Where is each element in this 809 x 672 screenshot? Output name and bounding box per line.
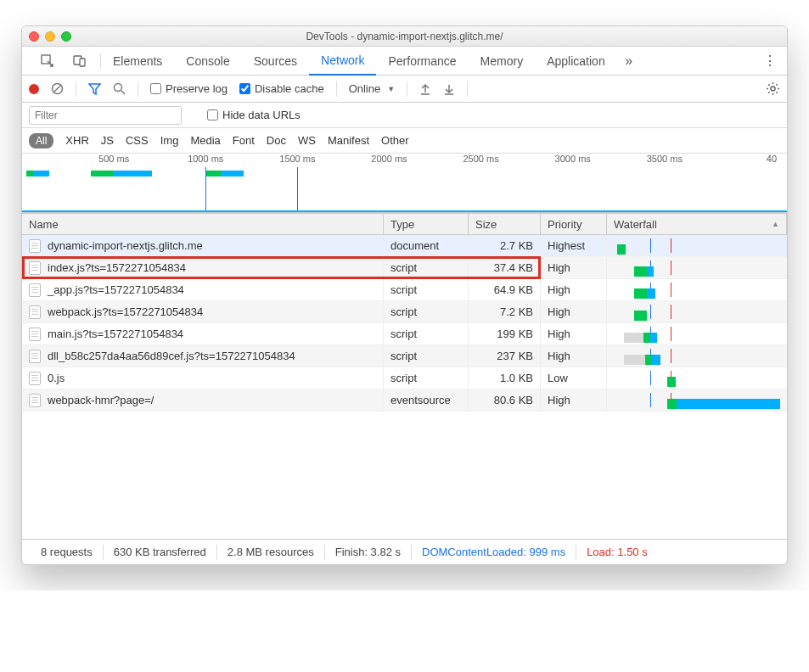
col-header-priority[interactable]: Priority (541, 214, 607, 234)
status-dcl: DOMContentLoaded: 999 ms (412, 546, 576, 558)
type-filter-css[interactable]: CSS (126, 134, 149, 147)
timeline-tick: 2000 ms (371, 154, 407, 164)
svg-rect-2 (80, 59, 85, 66)
timeline-tick: 500 ms (98, 154, 129, 164)
devtools-window: DevTools - dynamic-import-nextjs.glitch.… (21, 25, 788, 565)
throttle-select[interactable]: Online ▼ (349, 82, 396, 95)
tab-performance[interactable]: Performance (376, 47, 468, 76)
row-waterfall (607, 367, 787, 389)
status-load: Load: 1.50 s (576, 546, 658, 558)
row-size: 64.9 KB (469, 279, 541, 300)
type-filter-other[interactable]: Other (381, 134, 409, 147)
timeline-tick: 1500 ms (279, 154, 315, 164)
row-waterfall (607, 323, 787, 344)
row-waterfall (607, 279, 787, 300)
network-table-body: dynamic-import-nextjs.glitch.medocument2… (22, 235, 787, 412)
search-icon[interactable] (113, 82, 126, 95)
row-name: dynamic-import-nextjs.glitch.me (48, 239, 203, 252)
table-row[interactable]: webpack-hmr?page=/eventsource80.6 KBHigh (22, 389, 787, 412)
row-size: 199 KB (469, 323, 541, 344)
row-priority: Highest (541, 235, 607, 256)
type-filter-bar: All XHR JS CSS Img Media Font Doc WS Man… (22, 128, 787, 154)
file-icon (29, 239, 41, 253)
throttle-value: Online (349, 82, 381, 95)
clear-icon[interactable] (51, 82, 64, 95)
table-row[interactable]: dynamic-import-nextjs.glitch.medocument2… (22, 235, 787, 257)
row-type: script (384, 257, 469, 278)
timeline-tick: 40 (767, 154, 777, 164)
file-icon (29, 328, 41, 341)
timeline-overview[interactable]: 500 ms1000 ms1500 ms2000 ms2500 ms3000 m… (22, 154, 787, 213)
table-row[interactable]: webpack.js?ts=1572271054834script7.2 KBH… (22, 301, 787, 323)
table-row[interactable]: _app.js?ts=1572271054834script64.9 KBHig… (22, 279, 787, 301)
row-waterfall (607, 389, 787, 411)
row-waterfall (607, 301, 787, 322)
dcl-line (205, 167, 206, 212)
row-priority: High (541, 345, 607, 367)
row-waterfall (607, 235, 787, 256)
table-row[interactable]: index.js?ts=1572271054834script37.4 KBHi… (22, 257, 787, 279)
timeline-tick: 3500 ms (647, 154, 683, 164)
col-header-size[interactable]: Size (469, 214, 541, 234)
settings-icon[interactable] (766, 81, 780, 96)
kebab-menu-icon[interactable]: ⋮ (758, 47, 782, 76)
row-type: script (384, 301, 469, 322)
preserve-log-checkbox[interactable]: Preserve log (150, 82, 228, 95)
filter-icon[interactable] (88, 83, 101, 95)
timeline-tick: 1000 ms (188, 154, 223, 164)
device-toggle-icon[interactable] (68, 47, 92, 76)
type-filter-doc[interactable]: Doc (267, 134, 286, 147)
table-row[interactable]: main.js?ts=1572271054834script199 KBHigh (22, 323, 787, 345)
svg-line-4 (53, 85, 61, 92)
chevron-down-icon: ▼ (387, 85, 395, 93)
tab-network[interactable]: Network (309, 47, 376, 76)
inspect-icon[interactable] (36, 47, 59, 76)
type-filter-xhr[interactable]: XHR (65, 134, 88, 147)
type-filter-font[interactable]: Font (233, 134, 255, 147)
type-filter-img[interactable]: Img (160, 134, 179, 147)
type-filter-all[interactable]: All (29, 133, 53, 148)
load-line (297, 167, 298, 212)
tab-sources[interactable]: Sources (242, 47, 309, 76)
more-tabs-icon[interactable]: » (617, 47, 641, 76)
col-header-name[interactable]: Name (22, 214, 384, 234)
filter-bar: Hide data URLs (22, 103, 787, 128)
col-header-waterfall[interactable]: Waterfall ▲ (607, 214, 787, 234)
type-filter-ws[interactable]: WS (298, 134, 316, 147)
type-filter-manifest[interactable]: Manifest (328, 134, 369, 147)
titlebar: DevTools - dynamic-import-nextjs.glitch.… (22, 26, 787, 47)
tab-elements[interactable]: Elements (101, 47, 174, 76)
timeline-tick: 3000 ms (555, 154, 591, 164)
hide-data-urls-checkbox[interactable]: Hide data URLs (207, 109, 301, 121)
download-har-icon[interactable] (443, 83, 455, 95)
window-title: DevTools - dynamic-import-nextjs.glitch.… (22, 31, 787, 42)
tab-memory[interactable]: Memory (469, 47, 536, 76)
row-type: script (384, 279, 469, 300)
filter-input[interactable] (29, 106, 182, 125)
file-icon (29, 350, 41, 363)
row-priority: High (541, 257, 607, 278)
upload-har-icon[interactable] (419, 83, 431, 95)
row-waterfall (607, 257, 787, 278)
file-icon (29, 372, 41, 385)
tab-application[interactable]: Application (535, 47, 617, 76)
tab-console[interactable]: Console (174, 47, 241, 76)
disable-cache-checkbox[interactable]: Disable cache (239, 82, 324, 95)
col-header-type[interactable]: Type (384, 214, 469, 234)
row-priority: High (541, 279, 607, 300)
table-row[interactable]: 0.jsscript1.0 KBLow (22, 367, 787, 389)
row-name: webpack-hmr?page=/ (48, 394, 154, 406)
row-type: script (384, 367, 469, 389)
row-waterfall (607, 345, 787, 367)
record-button[interactable] (29, 84, 39, 94)
row-size: 80.6 KB (469, 389, 541, 411)
type-filter-media[interactable]: Media (190, 134, 220, 147)
table-row[interactable]: dll_b58c257da4aa56d89cef.js?ts=157227105… (22, 345, 787, 367)
row-priority: High (541, 323, 607, 344)
file-icon (29, 394, 41, 407)
type-filter-js[interactable]: JS (101, 134, 114, 147)
svg-line-6 (121, 91, 125, 94)
file-icon (29, 283, 41, 297)
row-name: webpack.js?ts=1572271054834 (48, 305, 203, 318)
row-type: script (384, 323, 469, 344)
